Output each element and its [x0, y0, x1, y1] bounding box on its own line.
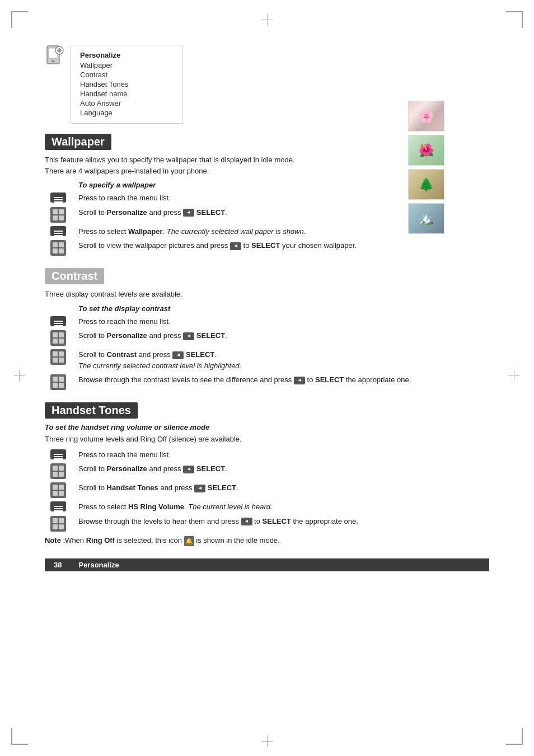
ring-off-icon: 🔔 [184, 536, 194, 546]
step-icon-menu-btn2 [45, 226, 72, 236]
step-text: Press to select HS Ring Volume. The curr… [78, 501, 273, 513]
nav-button-icon [50, 463, 66, 479]
step-text: Browse through the contrast levels to se… [78, 374, 411, 386]
step-icon-nav-btn3 [45, 516, 72, 532]
step-icon-menu-btn [45, 192, 72, 203]
nav-button-icon [50, 349, 66, 365]
step-icon-nav-btn [45, 207, 72, 223]
step-icon-nav-btn2 [45, 349, 72, 365]
contrast-step-3: Scroll to Contrast and press ◄ SELECT. T… [45, 349, 489, 371]
crosshair-mid-left [14, 375, 25, 381]
contrast-step-4: Browse through the contrast levels to se… [45, 374, 489, 390]
step-text: Browse through the levels to hear them a… [78, 516, 358, 527]
step-text: Scroll to Personalize and press ◄ SELECT… [78, 207, 227, 218]
nav-button-icon [50, 516, 66, 532]
step-text: Scroll to Contrast and press ◄ SELECT. T… [78, 349, 241, 371]
corner-mark-bl [11, 728, 28, 745]
handset-tones-steps-title: To set the handset ring volume or silenc… [45, 423, 489, 431]
wallpaper-step-4: Scroll to view the wallpaper pictures an… [45, 240, 489, 256]
corner-mark-br [506, 728, 523, 745]
crosshair-top [261, 14, 273, 20]
menu-title: Personalize [80, 51, 165, 59]
menu-button-icon [50, 449, 66, 459]
contrast-step-1: Press to reach the menu list. [45, 316, 489, 327]
menu-box: Personalize Wallpaper Contrast Handset T… [71, 45, 182, 124]
page: Personalize Wallpaper Contrast Handset T… [0, 0, 534, 756]
handset-tones-step-2: Scroll to Personalize and press ◄ SELECT… [45, 463, 489, 479]
menu-item-4: Auto Answer [80, 98, 165, 108]
step-text: Scroll to view the wallpaper pictures an… [78, 240, 357, 251]
note-line: Note :When Ring Off is selected, this ic… [45, 536, 489, 546]
section-contrast-desc: Three display contrast levels are availa… [45, 289, 489, 300]
step-icon-nav-btn [45, 463, 72, 479]
wallpaper-thumbnails [408, 101, 444, 234]
corner-mark-tl [11, 11, 28, 28]
corner-mark-tr [506, 11, 523, 28]
step-icon-nav-btn [45, 330, 72, 346]
section-contrast: Contrast Three display contrast levels a… [45, 268, 489, 390]
nav-button-icon [50, 240, 66, 256]
step-text: Press to reach the menu list. [78, 449, 171, 461]
footer-bar: 38 Personalize [45, 558, 489, 571]
handset-tones-step-5: Browse through the levels to hear them a… [45, 516, 489, 532]
menu-button-icon [50, 192, 66, 203]
menu-item-2: Handset Tones [80, 79, 165, 89]
svg-point-4 [58, 49, 60, 51]
step-text: Scroll to Personalize and press ◄ SELECT… [78, 463, 227, 475]
handset-tones-step-1: Press to reach the menu list. [45, 449, 489, 461]
menu-button-icon [50, 316, 66, 326]
svg-rect-2 [51, 60, 55, 62]
nav-button-icon [50, 374, 66, 390]
step-text: Press to reach the menu list. [78, 316, 171, 327]
step-icon-menu-btn2 [45, 501, 72, 511]
contrast-steps-title: To set the display contrast [78, 304, 489, 313]
section-handset-tones: Handset Tones To set the handset ring vo… [45, 402, 489, 546]
step-icon-menu-btn [45, 316, 72, 326]
personalize-menu-icon [45, 45, 65, 65]
menu-button-icon [50, 501, 66, 511]
crosshair-bottom [261, 736, 273, 742]
footer-title: Personalize [78, 561, 119, 569]
nav-button-icon [50, 482, 66, 498]
menu-item-3: Handset name [80, 89, 165, 98]
menu-item-0: Wallpaper [80, 60, 165, 70]
wallpaper-thumb-1 [408, 101, 444, 132]
section-heading-wallpaper: Wallpaper [45, 134, 111, 150]
menu-item-1: Contrast [80, 70, 165, 79]
step-text: Press to reach the menu list. [78, 192, 171, 204]
step-icon-nav-btn3 [45, 374, 72, 390]
step-text: Scroll to Handset Tones and press ◄ SELE… [78, 482, 238, 494]
wallpaper-thumb-2 [408, 135, 444, 166]
section-heading-handset-tones: Handset Tones [45, 402, 138, 419]
nav-button-icon [50, 207, 66, 223]
handset-tones-step-4: Press to select HS Ring Volume. The curr… [45, 501, 489, 513]
wallpaper-thumb-4 [408, 203, 444, 234]
step-text: Scroll to Personalize and press ◄ SELECT… [78, 330, 227, 341]
menu-button-icon [50, 226, 66, 236]
page-number: 38 [54, 561, 62, 569]
step-text: Press to select Wallpaper. The currently… [78, 226, 306, 237]
section-handset-tones-desc: Three ring volume levels and Ring Off (s… [45, 434, 489, 445]
step-icon-nav-btn2 [45, 482, 72, 498]
crosshair-mid-right [509, 375, 520, 381]
nav-button-icon [50, 330, 66, 346]
step-icon-menu-btn [45, 449, 72, 459]
contrast-step-2: Scroll to Personalize and press ◄ SELECT… [45, 330, 489, 346]
menu-item-5: Language [80, 108, 165, 118]
handset-tones-step-3: Scroll to Handset Tones and press ◄ SELE… [45, 482, 489, 498]
step-icon-nav-btn2 [45, 240, 72, 256]
wallpaper-thumb-3 [408, 169, 444, 200]
section-heading-contrast: Contrast [45, 268, 104, 284]
